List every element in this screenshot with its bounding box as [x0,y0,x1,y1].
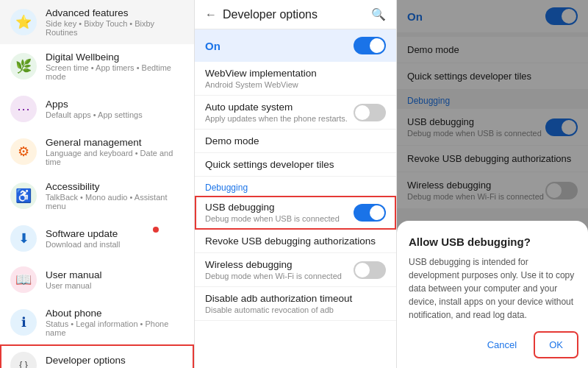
about-phone-icon: ℹ [10,309,37,336]
developer-options-toggle-row[interactable]: On [195,29,396,62]
setting-quick-settings-title: Quick settings developer tiles [205,159,386,170]
dialog-ok-button[interactable]: OK [536,333,576,356]
dialog-title: Allow USB debugging? [409,236,576,248]
setting-wireless-debugging-title: Wireless debugging [205,259,342,270]
accessibility-subtitle: TalkBack • Mono audio • Assistant menu [46,193,184,210]
dialog-buttons: CancelOK [409,333,576,356]
digital-wellbeing-icon: 🌿 [10,53,37,79]
digital-wellbeing-title: Digital Wellbeing [46,52,184,63]
setting-usb-debugging-sub: Debug mode when USB is connected [205,214,340,223]
advanced-features-subtitle: Side key • Bixby Touch • Bixby Routines [46,19,184,37]
sidebar-item-developer-options[interactable]: { }Developer optionsDeveloper options [0,344,194,368]
setting-webview[interactable]: WebView implementationAndroid System Web… [195,62,396,96]
left-sidebar: ⭐Advanced featuresSide key • Bixby Touch… [0,0,195,368]
advanced-features-icon: ⭐ [10,9,37,35]
setting-auto-update-title: Auto update system [205,102,348,113]
toggle-wireless-debugging[interactable] [354,261,386,279]
setting-auto-update[interactable]: Auto update systemApply updates when the… [195,96,396,130]
sidebar-item-apps[interactable]: ⋯AppsDefault apps • App settings [0,88,194,130]
back-icon[interactable]: ← [205,8,217,21]
toggle-usb-debugging[interactable] [354,204,386,222]
user-manual-title: User manual [46,269,102,280]
setting-wireless-debugging[interactable]: Wireless debuggingDebug mode when Wi-Fi … [195,253,396,287]
developer-options-title: Developer options [46,355,126,366]
setting-revoke-usb[interactable]: Revoke USB debugging authorizations [195,230,396,253]
setting-demo-mode-title: Demo mode [205,135,386,146]
notification-badge [153,227,159,233]
advanced-features-title: Advanced features [46,7,184,18]
dialog-cancel-button[interactable]: Cancel [474,333,530,356]
panel-title: Developer options [223,8,365,21]
developer-options-toggle-label: On [205,40,220,52]
setting-demo-mode[interactable]: Demo mode [195,130,396,153]
sidebar-item-about-phone[interactable]: ℹAbout phoneStatus • Legal information •… [0,300,194,344]
setting-disable-adb-title: Disable adb authorization timeout [205,293,386,304]
user-manual-subtitle: User manual [46,281,102,290]
middle-panel: ←Developer options🔍OnWebView implementat… [195,0,397,368]
setting-wireless-debugging-sub: Debug mode when Wi-Fi is connected [205,272,342,280]
software-update-subtitle: Download and install [46,240,121,249]
user-manual-icon: 📖 [10,266,37,293]
general-management-icon: ⚙ [10,138,37,165]
setting-disable-adb-sub: Disable automatic revocation of adb [205,305,386,314]
setting-revoke-usb-title: Revoke USB debugging authorizations [205,236,386,247]
sidebar-item-accessibility[interactable]: ♿AccessibilityTalkBack • Mono audio • As… [0,174,194,218]
search-icon[interactable]: 🔍 [371,7,386,21]
general-management-title: General management [46,137,184,148]
toggle-auto-update[interactable] [354,104,386,121]
setting-usb-debugging-title: USB debugging [205,202,340,213]
digital-wellbeing-subtitle: Screen time • App timers • Bedtime mode [46,63,184,81]
setting-quick-settings[interactable]: Quick settings developer tiles [195,153,396,177]
about-phone-title: About phone [46,308,184,319]
software-update-title: Software update [46,228,121,239]
software-update-icon: ⬇ [10,225,37,252]
accessibility-icon: ♿ [10,183,37,209]
sidebar-item-user-manual[interactable]: 📖User manualUser manual [0,259,194,300]
middle-header: ←Developer options🔍 [195,0,396,29]
debugging-section-label: Debugging [195,177,396,196]
usb-debug-dialog: Allow USB debugging?USB debugging is int… [397,221,588,368]
about-phone-subtitle: Status • Legal information • Phone name [46,319,184,337]
setting-webview-title: WebView implementation [205,68,386,79]
setting-usb-debugging[interactable]: USB debuggingDebug mode when USB is conn… [195,196,396,230]
sidebar-item-advanced-features[interactable]: ⭐Advanced featuresSide key • Bixby Touch… [0,0,194,44]
dialog-body: USB debugging is intended for developmen… [409,255,576,322]
accessibility-title: Accessibility [46,181,184,192]
apps-icon: ⋯ [10,96,37,122]
apps-title: Apps [46,99,143,110]
setting-auto-update-sub: Apply updates when the phone restarts. [205,114,348,123]
developer-options-icon: { } [10,352,37,368]
developer-options-toggle[interactable] [354,37,386,54]
general-management-subtitle: Language and keyboard • Date and time [46,149,184,166]
sidebar-item-general-management[interactable]: ⚙General managementLanguage and keyboard… [0,130,194,174]
setting-disable-adb[interactable]: Disable adb authorization timeoutDisable… [195,287,396,321]
right-panel: OnDemo modeQuick settings developer tile… [397,0,588,368]
setting-webview-sub: Android System WebView [205,80,386,89]
dialog-overlay: Allow USB debugging?USB debugging is int… [397,0,588,368]
apps-subtitle: Default apps • App settings [46,110,143,119]
sidebar-item-software-update[interactable]: ⬇Software updateDownload and install [0,218,194,259]
sidebar-item-digital-wellbeing[interactable]: 🌿Digital WellbeingScreen time • App time… [0,44,194,88]
